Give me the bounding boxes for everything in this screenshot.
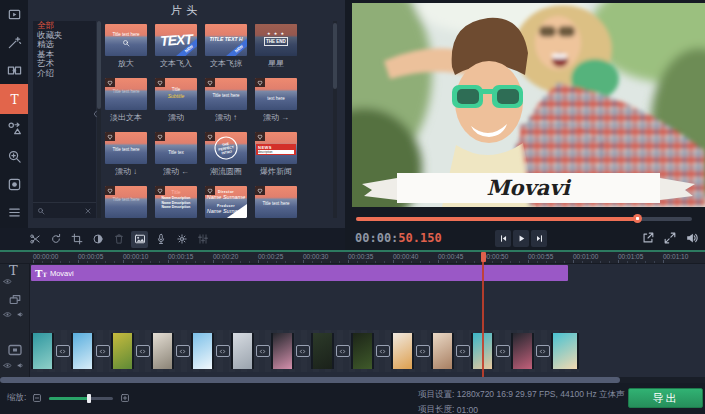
favorite-heart-icon[interactable]: [205, 132, 215, 141]
tool-transitions[interactable]: [0, 56, 28, 84]
playhead[interactable]: [482, 252, 484, 377]
category-介绍[interactable]: 介绍: [33, 69, 96, 79]
fullscreen-icon[interactable]: [663, 231, 677, 245]
video-clip[interactable]: [231, 333, 254, 369]
clip-properties-button[interactable]: [131, 231, 148, 248]
transition-icon[interactable]: [216, 345, 230, 357]
title-template-潮流圆圈[interactable]: THE PERFECT INTRO 潮流圆圈: [205, 132, 247, 186]
title-template-director[interactable]: DirectorName SurnameProducerName Surname: [205, 186, 247, 228]
transition-icon[interactable]: [96, 345, 110, 357]
clear-search-icon[interactable]: [84, 207, 92, 215]
zoom-in-button[interactable]: [120, 393, 130, 403]
video-clip[interactable]: [431, 333, 454, 369]
template-thumbnail[interactable]: Title text here: [105, 78, 147, 110]
video-clip[interactable]: [391, 333, 414, 369]
search-box[interactable]: [33, 202, 96, 218]
tool-callouts[interactable]: [0, 114, 28, 142]
equalizer-button[interactable]: [194, 231, 211, 248]
color-adjust-button[interactable]: [89, 231, 106, 248]
transition-icon[interactable]: [136, 345, 150, 357]
zoom-slider[interactable]: [49, 397, 113, 400]
video-preview[interactable]: Movavi: [352, 3, 705, 207]
template-thumbnail[interactable]: TEXTNEW: [155, 24, 197, 56]
template-thumbnail[interactable]: THE PERFECT INTRO: [205, 132, 247, 164]
title-template-漂动 ←[interactable]: Title tex 漂动 ←: [155, 132, 197, 186]
volume-icon[interactable]: [685, 231, 699, 245]
template-thumbnail[interactable]: ★ ★ ★THE END: [255, 24, 297, 56]
favorite-heart-icon[interactable]: [255, 186, 265, 195]
transition-icon[interactable]: [296, 345, 310, 357]
template-thumbnail[interactable]: DirectorName SurnameProducerName Surname: [205, 186, 247, 218]
title-template-爆炸新闻[interactable]: NEWSdescription 爆炸新闻: [255, 132, 297, 186]
timeline-ruler[interactable]: 00:00:0000:00:0500:00:1000:00:1500:00:20…: [0, 252, 705, 264]
record-audio-button[interactable]: [152, 231, 169, 248]
delete-button[interactable]: [110, 231, 127, 248]
tool-more-tools[interactable]: [0, 198, 28, 226]
favorite-heart-icon[interactable]: [105, 186, 115, 195]
collapse-panel-chevron-icon[interactable]: [91, 108, 100, 120]
template-thumbnail[interactable]: NEWSdescription: [255, 132, 297, 164]
title-template-faded[interactable]: Title text here: [105, 186, 147, 228]
seek-handle[interactable]: [633, 214, 642, 223]
rotate-button[interactable]: [47, 231, 64, 248]
title-template-星星[interactable]: ★ ★ ★THE END 星星: [255, 24, 297, 78]
crop-button[interactable]: [68, 231, 85, 248]
video-clip[interactable]: [551, 333, 579, 369]
video-track-mute-icon[interactable]: [16, 361, 25, 370]
seek-bar[interactable]: [356, 217, 692, 221]
title-template-漂动 ↓[interactable]: Title text here 漂动 ↓: [105, 132, 147, 186]
template-thumbnail[interactable]: Title text here: [105, 132, 147, 164]
template-thumbnail[interactable]: TitleName DescriptionName DescriptionNam…: [155, 186, 197, 218]
previous-frame-button[interactable]: [495, 230, 511, 247]
favorite-heart-icon[interactable]: [205, 186, 215, 195]
overlay-track-mute-icon[interactable]: [16, 310, 25, 319]
transition-icon[interactable]: [256, 345, 270, 357]
favorite-heart-icon[interactable]: [155, 186, 165, 195]
video-track-visibility-eye-icon[interactable]: [3, 361, 12, 370]
video-clip[interactable]: [31, 333, 54, 369]
video-clip[interactable]: [511, 333, 534, 369]
title-template-漂动 ↑[interactable]: Title text here 漂动 ↑: [205, 78, 247, 132]
template-thumbnail[interactable]: TITLE TEXT HNEW: [205, 24, 247, 56]
transition-icon[interactable]: [416, 345, 430, 357]
video-clip[interactable]: [151, 333, 174, 369]
template-thumbnail[interactable]: Title text here: [255, 186, 297, 218]
tool-filters[interactable]: [0, 28, 28, 56]
overlay-track-visibility-eye-icon[interactable]: [3, 310, 12, 319]
title-track-visibility-eye-icon[interactable]: [3, 277, 12, 286]
zoom-out-button[interactable]: [32, 393, 42, 403]
template-thumbnail[interactable]: text here: [255, 78, 297, 110]
next-frame-button[interactable]: [531, 230, 547, 247]
video-clip[interactable]: [191, 333, 214, 369]
video-clip[interactable]: [351, 333, 374, 369]
transition-icon[interactable]: [376, 345, 390, 357]
favorite-heart-icon[interactable]: [155, 132, 165, 141]
favorite-heart-icon[interactable]: [205, 78, 215, 87]
zoom-slider-handle[interactable]: [87, 394, 91, 403]
title-template-plain[interactable]: Title text here: [255, 186, 297, 228]
transition-icon[interactable]: [496, 345, 510, 357]
cut-button[interactable]: [26, 231, 43, 248]
title-template-漂动[interactable]: TitleSubtitle 漂动: [155, 78, 197, 132]
detach-player-icon[interactable]: [641, 231, 655, 245]
export-button[interactable]: 导出: [628, 388, 703, 408]
favorite-heart-icon[interactable]: [255, 132, 265, 141]
title-template-漂动 →[interactable]: text here 漂动 →: [255, 78, 297, 132]
template-thumbnail[interactable]: Title text here: [205, 78, 247, 110]
title-template-文本飞入[interactable]: TEXTNEW 文本飞入: [155, 24, 197, 78]
favorite-heart-icon[interactable]: [155, 78, 165, 87]
title-template-淡出文本[interactable]: Title text here 淡出文本: [105, 78, 147, 132]
video-clip[interactable]: [271, 333, 294, 369]
template-thumbnail[interactable]: TitleSubtitle: [155, 78, 197, 110]
favorite-heart-icon[interactable]: [105, 78, 115, 87]
video-clip[interactable]: [111, 333, 134, 369]
video-clip[interactable]: [71, 333, 94, 369]
tool-animation[interactable]: [0, 170, 28, 198]
settings-button[interactable]: [173, 231, 190, 248]
favorite-heart-icon[interactable]: [255, 78, 265, 87]
template-thumbnail[interactable]: Title text here: [105, 24, 147, 56]
tool-pan-zoom[interactable]: [0, 142, 28, 170]
transition-icon[interactable]: [336, 345, 350, 357]
template-thumbnail[interactable]: Title text here: [105, 186, 147, 218]
grid-scrollbar[interactable]: [333, 21, 337, 218]
